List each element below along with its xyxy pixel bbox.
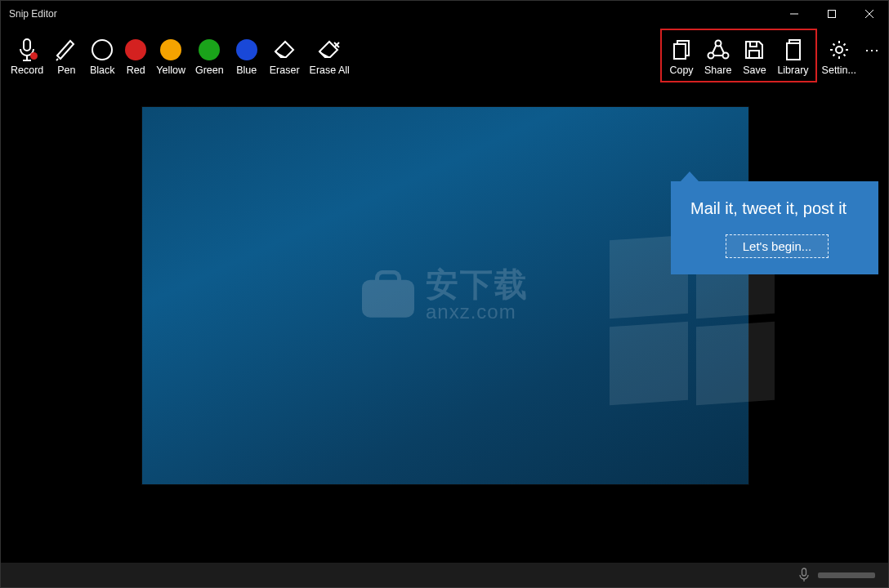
- settings-label: Settin...: [822, 65, 856, 76]
- black-circle-icon: [92, 39, 113, 60]
- tooltip-title: Mail it, tweet it, post it: [690, 199, 864, 218]
- library-tool[interactable]: Library: [772, 29, 813, 82]
- save-tool[interactable]: Save: [736, 29, 772, 82]
- color-red[interactable]: Red: [120, 29, 151, 82]
- color-blue[interactable]: Blue: [229, 29, 265, 82]
- watermark-en: anxz.com: [426, 302, 529, 322]
- color-black[interactable]: Black: [84, 29, 120, 82]
- erase-all-icon: [317, 36, 342, 64]
- watermark: 安下载 anxz.com: [362, 268, 529, 322]
- pen-icon: [56, 36, 77, 64]
- green-label: Green: [195, 65, 224, 76]
- microphone-icon: [16, 36, 38, 64]
- copy-label: Copy: [669, 65, 693, 76]
- share-tooltip: Mail it, tweet it, post it Let's begin..…: [671, 181, 878, 274]
- blue-label: Blue: [236, 65, 257, 76]
- library-label: Library: [777, 65, 808, 76]
- pen-tool[interactable]: Pen: [48, 29, 84, 82]
- highlighted-toolbar-group: Copy Share Save: [660, 29, 817, 82]
- save-label: Save: [743, 65, 766, 76]
- color-green[interactable]: Green: [190, 29, 229, 82]
- tooltip-begin-button[interactable]: Let's begin...: [726, 234, 829, 258]
- svg-point-10: [715, 40, 721, 46]
- svg-rect-13: [749, 51, 759, 58]
- save-icon: [744, 36, 765, 64]
- more-tool[interactable]: ⋯: [861, 29, 883, 82]
- yellow-label: Yellow: [156, 65, 185, 76]
- green-circle-icon: [199, 39, 220, 60]
- svg-point-11: [708, 52, 713, 58]
- yellow-circle-icon: [160, 39, 181, 60]
- window-controls: [775, 1, 888, 27]
- svg-rect-15: [787, 43, 800, 60]
- record-dot-icon: [30, 52, 38, 60]
- library-icon: [784, 36, 803, 64]
- svg-rect-4: [24, 39, 30, 51]
- eraser-label: Eraser: [270, 65, 300, 76]
- toolbar-right: Copy Share Save: [660, 29, 883, 82]
- svg-rect-1: [829, 11, 836, 18]
- svg-rect-9: [674, 44, 686, 59]
- svg-rect-14: [750, 42, 757, 47]
- erase-all-label: Erase All: [310, 65, 350, 76]
- erase-all-tool[interactable]: Erase All: [305, 29, 355, 82]
- svg-rect-17: [802, 568, 806, 576]
- red-circle-icon: [125, 39, 146, 60]
- color-yellow[interactable]: Yellow: [151, 29, 190, 82]
- eraser-tool[interactable]: Eraser: [265, 29, 305, 82]
- share-icon: [707, 36, 730, 64]
- maximize-button[interactable]: [813, 1, 851, 27]
- bag-icon: [362, 272, 414, 318]
- share-tool[interactable]: Share: [699, 29, 736, 82]
- eraser-icon: [273, 36, 296, 64]
- captured-snip[interactable]: 安下载 anxz.com: [142, 107, 748, 484]
- svg-point-16: [836, 47, 842, 53]
- pen-label: Pen: [57, 65, 75, 76]
- minimize-button[interactable]: [775, 1, 813, 27]
- gear-icon: [828, 36, 851, 64]
- record-tool[interactable]: Record: [6, 29, 48, 82]
- toolbar: Record Pen Black Red Yellow Green Blue: [1, 27, 888, 84]
- blue-circle-icon: [236, 39, 257, 60]
- copy-tool[interactable]: Copy: [663, 29, 699, 82]
- svg-point-12: [722, 52, 728, 58]
- microphone-status-icon: [798, 568, 810, 582]
- watermark-zh: 安下载: [426, 268, 529, 301]
- canvas-area[interactable]: 安下载 anxz.com Mail it, tweet it, post it …: [1, 84, 888, 563]
- volume-indicator[interactable]: [818, 572, 875, 578]
- status-bar: [1, 563, 888, 587]
- record-label: Record: [11, 65, 43, 76]
- more-label: [871, 65, 873, 76]
- red-label: Red: [127, 65, 145, 76]
- black-label: Black: [90, 65, 115, 76]
- window-title: Snip Editor: [9, 8, 57, 20]
- copy-icon: [671, 36, 692, 64]
- settings-tool[interactable]: Settin...: [817, 29, 861, 82]
- more-icon: ⋯: [864, 36, 880, 64]
- share-label: Share: [704, 65, 731, 76]
- close-button[interactable]: [851, 1, 888, 27]
- title-bar: Snip Editor: [1, 1, 888, 27]
